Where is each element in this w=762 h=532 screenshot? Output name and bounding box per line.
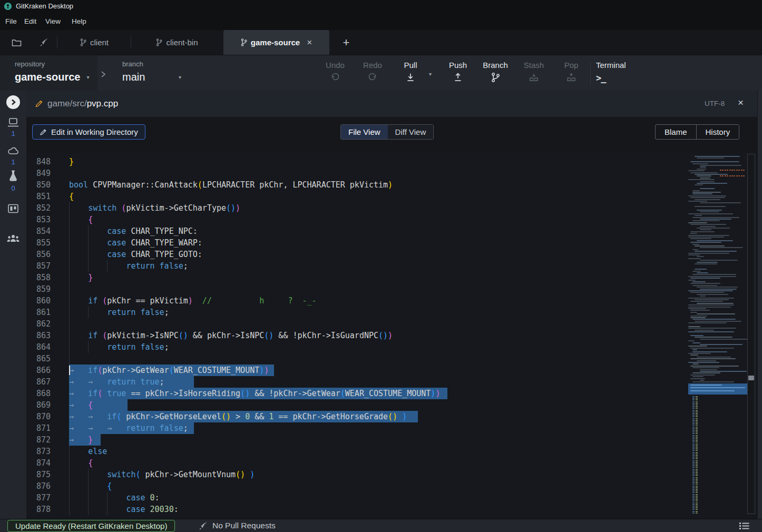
code-line-877[interactable]: 877 case 0: (26, 492, 685, 504)
line-number: 854 (26, 225, 51, 237)
code-line-870[interactable]: 870→→if( pkChr->GetHorseLevel() > 0 && 1… (26, 411, 685, 422)
expand-panel-button[interactable] (6, 95, 20, 109)
stash-button[interactable]: Stash (517, 55, 550, 91)
code-line-874[interactable]: 874 { (26, 457, 685, 469)
code-line-875[interactable]: 875 switch( pkChr->GetMountVnum() ) (26, 469, 685, 480)
repository-label: repository (15, 60, 45, 68)
tab-bar: client client-bin game-source × + (0, 30, 762, 55)
line-number: 859 (26, 283, 51, 295)
code-line-867[interactable]: 867→→return true; (26, 376, 685, 388)
branch-button[interactable]: Branch (478, 55, 512, 91)
add-tab-button[interactable]: + (337, 30, 355, 55)
indent-guide (69, 283, 70, 295)
code-line-858[interactable]: 858 } (26, 272, 685, 283)
code-line-876[interactable]: 876 { (26, 480, 685, 492)
undo-label: Undo (319, 55, 351, 70)
code-line-861[interactable]: 861 return false; (26, 307, 685, 318)
menu-edit[interactable]: Edit (24, 13, 36, 30)
code-line-849[interactable]: 849 (26, 168, 685, 179)
code-line-878[interactable]: 878 case 20030: (26, 504, 685, 515)
close-file-icon[interactable]: × (738, 97, 744, 109)
left-sidebar: 1 1 0 (0, 91, 26, 519)
editor-scrollbar[interactable] (747, 154, 755, 514)
line-number: 877 (26, 492, 51, 504)
code-line-857[interactable]: 857 return false; (26, 260, 685, 272)
local-machine-button[interactable] (0, 117, 26, 128)
list-icon[interactable] (739, 522, 749, 530)
code-line-869[interactable]: 869→{ (26, 399, 685, 411)
pencil-icon (35, 100, 43, 108)
blame-button[interactable]: Blame (656, 125, 696, 139)
menu-help[interactable]: Help (72, 13, 86, 30)
edit-button-label: Edit in Working Directory (51, 127, 138, 136)
pull-button[interactable]: Pull (394, 55, 427, 91)
terminal-button[interactable]: Terminal >_ (596, 55, 638, 91)
code-line-856[interactable]: 856 case CHAR_TYPE_GOTO: (26, 249, 685, 260)
push-button[interactable]: Push (442, 55, 474, 91)
menu-bar: File Edit View Help (0, 13, 762, 30)
code-line-848[interactable]: 848} (26, 156, 685, 168)
menu-view[interactable]: View (45, 13, 61, 30)
line-number: 873 (26, 446, 51, 457)
code-line-862[interactable]: 862 (26, 318, 685, 330)
line-number: 867 (26, 376, 51, 388)
close-tab-icon[interactable]: × (307, 37, 312, 48)
update-ready-button[interactable]: Update Ready (Restart GitKraken Desktop) (7, 520, 175, 532)
code-line-850[interactable]: 850bool CPVPManager::CanAttack(LPCHARACT… (26, 179, 685, 191)
code-line-854[interactable]: 854 case CHAR_TYPE_NPC: (26, 225, 685, 237)
repository-value: game-source (15, 71, 81, 83)
code-line-855[interactable]: 855 case CHAR_TYPE_WARP: (26, 237, 685, 249)
branch-dropdown[interactable]: branch main ▾ (122, 55, 181, 91)
line-number: 848 (26, 156, 51, 168)
indent-guide (69, 353, 70, 364)
tab-diff-view[interactable]: Diff View (388, 125, 434, 139)
pull-options-caret-icon[interactable]: ▾ (429, 71, 432, 77)
code-line-872[interactable]: 872→} (26, 434, 685, 446)
code-line-860[interactable]: 860 if (pkChr == pkVictim) // h ? -_- (26, 295, 685, 307)
pop-button[interactable]: Pop (555, 55, 588, 91)
repository-dropdown[interactable]: repository game-source ▾ (0, 55, 97, 91)
chevron-right-icon (10, 99, 16, 105)
code-line-852[interactable]: 852 switch (pkVictim->GetCharType()) (26, 202, 685, 214)
edit-in-working-directory-button[interactable]: Edit in Working Directory (32, 124, 145, 140)
menu-file[interactable]: File (5, 13, 17, 30)
code-lines: 848}849850bool CPVPManager::CanAttack(LP… (26, 156, 685, 515)
line-number: 860 (26, 295, 51, 307)
code-line-859[interactable]: 859 (26, 283, 685, 295)
view-toggle: File View Diff View (340, 124, 434, 140)
file-path: game/src/pvp.cpp (47, 98, 118, 109)
code-line-851[interactable]: 851{ (26, 191, 685, 202)
redo-button[interactable]: Redo (356, 55, 389, 91)
line-number: 875 (26, 469, 51, 480)
code-editor[interactable]: 848}849850bool CPVPManager::CanAttack(LP… (26, 153, 762, 519)
undo-button[interactable]: Undo (319, 55, 351, 91)
tab-label: client-bin (166, 38, 198, 47)
tab-game-source[interactable]: game-source × (223, 30, 329, 55)
open-repo-button[interactable] (7, 30, 25, 55)
minimap[interactable] (685, 154, 748, 516)
encoding-label: UTF-8 (705, 100, 725, 107)
tab-file-view[interactable]: File View (341, 125, 388, 139)
pull-requests-status[interactable]: No Pull Requests (212, 521, 276, 530)
code-line-865[interactable]: 865 (26, 353, 685, 364)
history-button[interactable]: History (696, 125, 739, 139)
code-line-853[interactable]: 853 { (26, 214, 685, 225)
code-line-871[interactable]: 871→→→return false; (26, 422, 685, 434)
tab-client[interactable]: client (61, 30, 128, 55)
tab-client-bin[interactable]: client-bin (135, 30, 219, 55)
code-line-873[interactable]: 873 else (26, 446, 685, 457)
cloud-button[interactable] (0, 145, 26, 156)
code-line-866[interactable]: 866→if(pkChr->GetWear(WEAR_COSTUME_MOUNT… (26, 364, 685, 376)
branch-label: branch (122, 60, 143, 68)
launchpad-button[interactable] (35, 30, 53, 55)
experiments-button[interactable] (0, 170, 26, 183)
branch-icon (80, 38, 86, 46)
code-line-868[interactable]: 868→if( true == pkChr->IsHorseRiding() &… (26, 388, 685, 399)
window-edge-strip (757, 91, 762, 519)
scrollbar-thumb[interactable] (748, 376, 754, 380)
board-button[interactable] (0, 203, 26, 214)
line-number: 856 (26, 249, 51, 260)
code-line-863[interactable]: 863 if (pkVictim->IsNPC() && pkChr->IsNP… (26, 330, 685, 341)
code-line-864[interactable]: 864 return false; (26, 341, 685, 353)
team-button[interactable] (0, 233, 26, 244)
